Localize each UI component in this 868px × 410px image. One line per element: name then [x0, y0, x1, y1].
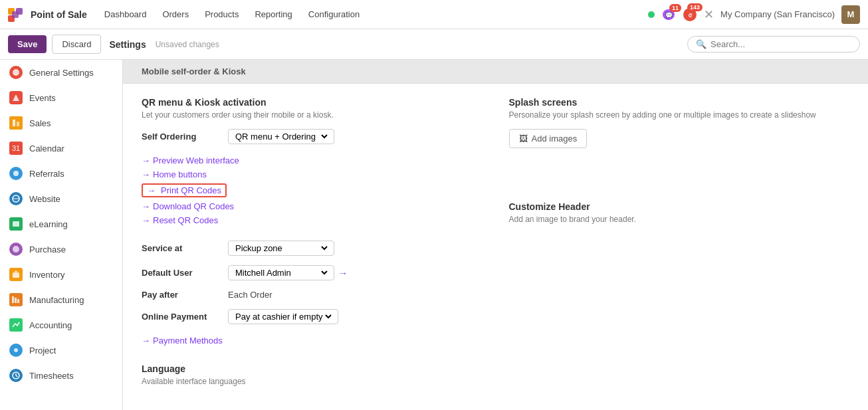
sidebar-item-timesheets[interactable]: Timesheets — [0, 363, 122, 388]
sidebar-item-purchase[interactable]: Purchase — [0, 237, 122, 262]
discard-button[interactable]: Discard — [52, 35, 101, 54]
svg-point-16 — [13, 246, 19, 253]
preview-web-link[interactable]: →Preview Web interface — [142, 154, 483, 167]
nav-orders[interactable]: Orders — [156, 7, 195, 22]
service-fields: Service at Pickup zone Table Counter Def… — [142, 241, 483, 348]
default-user-link-arrow[interactable]: → — [338, 268, 348, 278]
close-icon[interactable]: ✕ — [704, 7, 714, 22]
arrow-icon: → — [142, 155, 150, 165]
calendar-icon: 31 — [9, 142, 23, 155]
sidebar-item-general-settings[interactable]: General Settings — [0, 60, 122, 85]
svg-marker-18 — [13, 270, 19, 273]
sidebar-label-general-settings: General Settings — [29, 68, 94, 78]
accounting-icon — [9, 318, 23, 332]
content-area: Mobile self-order & Kiosk QR menu & Kios… — [123, 60, 868, 410]
svg-text:💬: 💬 — [665, 11, 673, 19]
svg-rect-10 — [13, 120, 15, 126]
notifications-count: 11 — [669, 4, 681, 12]
timesheets-icon — [9, 369, 23, 382]
sidebar-label-accounting: Accounting — [29, 320, 72, 330]
company-name: My Company (San Francisco) — [720, 9, 835, 19]
events-icon — [9, 91, 23, 104]
self-ordering-field: Self Ordering QR menu + Ordering QR menu… — [142, 129, 483, 144]
sidebar-item-website[interactable]: Website — [0, 186, 122, 211]
print-qr-link[interactable]: →Print QR Codes — [142, 181, 227, 199]
elearning-icon — [9, 217, 23, 231]
svg-rect-21 — [17, 299, 19, 303]
avatar[interactable]: M — [841, 5, 860, 24]
service-at-select-wrapper[interactable]: Pickup zone Table Counter — [228, 241, 334, 256]
add-images-button[interactable]: 🖼 Add images — [509, 129, 588, 148]
service-at-label: Service at — [142, 243, 228, 253]
default-user-field: Default User Mitchell Admin → — [142, 265, 483, 280]
default-user-label: Default User — [142, 268, 228, 278]
reset-qr-link[interactable]: →Reset QR Codes — [142, 213, 483, 227]
section-header: Mobile self-order & Kiosk — [123, 60, 868, 84]
search-input[interactable] — [710, 39, 851, 49]
sidebar-item-manufacturing[interactable]: Manufacturing — [0, 287, 122, 312]
referrals-icon — [9, 167, 23, 180]
sidebar-label-project: Project — [29, 346, 56, 356]
section-title: Mobile self-order & Kiosk — [142, 66, 246, 76]
arrow-icon: → — [142, 169, 150, 179]
qr-title: QR menu & Kiosk activation — [142, 97, 483, 108]
nav-dashboard[interactable]: Dashboard — [98, 7, 154, 22]
sidebar-item-sales[interactable]: Sales — [0, 110, 122, 136]
app-logo[interactable]: Point of Sale — [8, 7, 87, 23]
online-payment-select[interactable]: Pay at cashier if empty — [233, 311, 334, 322]
online-payment-select-wrapper[interactable]: Pay at cashier if empty — [228, 309, 338, 324]
sidebar-item-elearning[interactable]: eLearning — [0, 211, 122, 237]
sidebar-label-calendar: Calendar — [29, 144, 64, 154]
self-ordering-select[interactable]: QR menu + Ordering QR menu only Kiosk Di… — [233, 131, 330, 142]
sidebar-item-events[interactable]: Events — [0, 85, 122, 110]
timer-badge[interactable]: ⏱ 143 — [683, 7, 697, 22]
arrow-icon: → — [142, 336, 150, 346]
general-settings-icon — [9, 66, 23, 79]
sidebar: General Settings Events Sales 31 Calenda… — [0, 60, 123, 410]
nav-reporting[interactable]: Reporting — [248, 7, 298, 22]
toolbar-settings-label: Settings — [109, 39, 146, 50]
inventory-icon — [9, 268, 23, 281]
sidebar-label-timesheets: Timesheets — [29, 371, 74, 381]
save-button[interactable]: Save — [8, 35, 47, 53]
service-at-select[interactable]: Pickup zone Table Counter — [233, 243, 330, 254]
customize-title: Customize Header — [509, 201, 850, 212]
search-bar[interactable]: 🔍 — [687, 36, 860, 52]
notifications-badge[interactable]: 💬 11 — [661, 8, 676, 21]
sidebar-item-accounting[interactable]: Accounting — [0, 312, 122, 338]
nav-menu: Dashboard Orders Products Reporting Conf… — [98, 7, 366, 22]
download-qr-link[interactable]: →Download QR Codes — [142, 199, 483, 213]
sidebar-item-calendar[interactable]: 31 Calendar — [0, 136, 122, 161]
online-payment-field: Online Payment Pay at cashier if empty — [142, 309, 483, 324]
website-icon — [9, 192, 23, 205]
svg-rect-19 — [12, 296, 14, 303]
customize-header-section: Customize Header Add an image to brand y… — [509, 201, 850, 224]
svg-rect-11 — [17, 122, 19, 126]
default-user-select[interactable]: Mitchell Admin — [233, 267, 330, 278]
default-user-select-wrapper[interactable]: Mitchell Admin — [228, 265, 334, 280]
language-title: Language — [142, 363, 483, 374]
service-at-field: Service at Pickup zone Table Counter — [142, 241, 483, 256]
project-icon — [9, 344, 23, 357]
sidebar-item-referrals[interactable]: Referrals — [0, 161, 122, 186]
print-qr-highlight: →Print QR Codes — [142, 183, 227, 197]
payment-methods-link[interactable]: →Payment Methods — [142, 334, 483, 348]
app-title: Point of Sale — [31, 9, 87, 20]
home-buttons-link[interactable]: →Home buttons — [142, 167, 483, 181]
language-desc: Available interface languages — [142, 377, 483, 386]
nav-configuration[interactable]: Configuration — [302, 7, 366, 22]
nav-products[interactable]: Products — [198, 7, 245, 22]
arrow-icon: → — [147, 185, 156, 195]
language-section: Language Available interface languages — [142, 363, 483, 386]
sales-icon — [9, 116, 23, 130]
svg-rect-3 — [12, 11, 19, 18]
online-payment-label: Online Payment — [142, 312, 228, 322]
self-ordering-select-wrapper[interactable]: QR menu + Ordering QR menu only Kiosk Di… — [228, 129, 334, 144]
sidebar-label-website: Website — [29, 194, 60, 204]
arrow-icon: → — [142, 201, 150, 211]
section-body: QR menu & Kiosk activation Let your cust… — [123, 84, 868, 410]
sidebar-item-project[interactable]: Project — [0, 338, 122, 363]
sidebar-label-manufacturing: Manufacturing — [29, 295, 84, 305]
sidebar-item-inventory[interactable]: Inventory — [0, 262, 122, 287]
splash-desc: Personalize your splash screen by adding… — [509, 110, 850, 120]
